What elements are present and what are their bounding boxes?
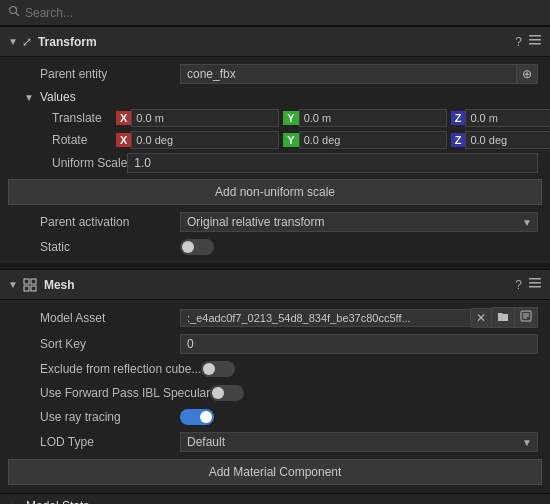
translate-label: Translate bbox=[52, 111, 112, 125]
mesh-arrow-icon: ▼ bbox=[8, 279, 18, 290]
translate-y-cell: Y bbox=[283, 109, 446, 127]
add-material-component-button[interactable]: Add Material Component bbox=[8, 459, 542, 485]
rotate-z-input[interactable] bbox=[465, 131, 550, 149]
rotate-label: Rotate bbox=[52, 133, 112, 147]
exclude-reflection-label: Exclude from reflection cube... bbox=[40, 362, 201, 376]
model-asset-pick-btn[interactable] bbox=[515, 307, 538, 328]
translate-x-input[interactable] bbox=[131, 109, 279, 127]
parent-entity-input[interactable] bbox=[180, 64, 517, 84]
mesh-menu-btn[interactable] bbox=[528, 276, 542, 293]
transform-menu-btn[interactable] bbox=[528, 33, 542, 50]
transform-arrow-icon: ▼ bbox=[8, 36, 18, 47]
model-asset-label: Model Asset bbox=[40, 311, 180, 325]
svg-rect-7 bbox=[24, 286, 29, 291]
model-asset-folder-btn[interactable] bbox=[492, 307, 515, 328]
rotate-x-cell: X bbox=[116, 131, 279, 149]
parent-activation-label: Parent activation bbox=[40, 215, 180, 229]
forward-pass-ibl-label: Use Forward Pass IBL Specular bbox=[40, 386, 210, 400]
values-group-row[interactable]: ▼ Values bbox=[0, 87, 550, 107]
z-badge: Z bbox=[451, 111, 466, 125]
rotate-x-badge: X bbox=[116, 133, 131, 147]
parent-activation-select-wrap: Original relative transform Maintain wor… bbox=[180, 212, 538, 232]
translate-z-cell: Z bbox=[451, 109, 550, 127]
values-group-label: Values bbox=[40, 90, 76, 104]
model-asset-row: Model Asset ✕ bbox=[0, 304, 550, 331]
parent-activation-select[interactable]: Original relative transform Maintain wor… bbox=[180, 212, 538, 232]
svg-rect-10 bbox=[529, 282, 541, 284]
ray-tracing-label: Use ray tracing bbox=[40, 410, 180, 424]
static-row: Static bbox=[0, 235, 550, 259]
uniform-scale-label: Uniform Scale bbox=[52, 156, 127, 170]
forward-pass-ibl-row: Use Forward Pass IBL Specular bbox=[0, 381, 550, 405]
translate-z-input[interactable] bbox=[465, 109, 550, 127]
svg-rect-9 bbox=[529, 278, 541, 280]
transform-icon: ⤢ bbox=[22, 35, 32, 49]
static-toggle[interactable] bbox=[180, 239, 214, 255]
mesh-section-body: Model Asset ✕ Sort Key Ex bbox=[0, 300, 550, 493]
translate-x-cell: X bbox=[116, 109, 279, 127]
translate-row: Translate X Y Z bbox=[0, 107, 550, 129]
ray-tracing-toggle[interactable] bbox=[180, 409, 214, 425]
y-badge: Y bbox=[283, 111, 298, 125]
rotate-z-cell: Z bbox=[451, 131, 550, 149]
uniform-scale-input[interactable] bbox=[127, 153, 538, 173]
uniform-scale-row: Uniform Scale bbox=[0, 151, 550, 175]
x-badge: X bbox=[116, 111, 131, 125]
lod-type-label: LOD Type bbox=[40, 435, 180, 449]
translate-y-input[interactable] bbox=[299, 109, 447, 127]
transform-section-body: Parent entity ⊕ ▼ Values Translate X Y Z… bbox=[0, 57, 550, 263]
svg-rect-11 bbox=[529, 286, 541, 288]
parent-activation-row: Parent activation Original relative tran… bbox=[0, 209, 550, 235]
rotate-y-cell: Y bbox=[283, 131, 446, 149]
svg-rect-8 bbox=[31, 286, 36, 291]
svg-point-0 bbox=[10, 7, 17, 14]
rotate-x-input[interactable] bbox=[131, 131, 279, 149]
exclude-reflection-toggle[interactable] bbox=[201, 361, 235, 377]
sort-key-row: Sort Key bbox=[0, 331, 550, 357]
values-arrow-icon: ▼ bbox=[24, 92, 34, 103]
search-input[interactable] bbox=[25, 6, 542, 20]
mesh-icon bbox=[22, 277, 38, 293]
mesh-title: Mesh bbox=[44, 278, 515, 292]
transform-help-btn[interactable]: ? bbox=[515, 35, 522, 49]
svg-rect-6 bbox=[31, 279, 36, 284]
parent-entity-label: Parent entity bbox=[40, 67, 180, 81]
model-asset-clear-btn[interactable]: ✕ bbox=[471, 308, 492, 328]
parent-entity-row: Parent entity ⊕ bbox=[0, 61, 550, 87]
model-asset-input-wrap: ✕ bbox=[180, 307, 538, 328]
parent-entity-value-wrap: ⊕ bbox=[180, 64, 538, 84]
svg-rect-4 bbox=[529, 43, 541, 45]
search-icon bbox=[8, 5, 20, 20]
model-asset-input[interactable] bbox=[180, 309, 471, 327]
rotate-y-input[interactable] bbox=[299, 131, 447, 149]
entity-target-icon[interactable]: ⊕ bbox=[517, 64, 538, 84]
static-label: Static bbox=[40, 240, 180, 254]
forward-pass-ibl-toggle[interactable] bbox=[210, 385, 244, 401]
rotate-y-badge: Y bbox=[283, 133, 298, 147]
lod-type-row: LOD Type Default Screen Size Distance ▼ bbox=[0, 429, 550, 455]
svg-rect-5 bbox=[24, 279, 29, 284]
sort-key-input[interactable] bbox=[180, 334, 538, 354]
search-bar bbox=[0, 0, 550, 26]
model-stats-arrow-icon: ▶ bbox=[12, 501, 20, 505]
transform-title: Transform bbox=[38, 35, 515, 49]
mesh-help-btn[interactable]: ? bbox=[515, 278, 522, 292]
exclude-reflection-row: Exclude from reflection cube... bbox=[0, 357, 550, 381]
add-non-uniform-scale-button[interactable]: Add non-uniform scale bbox=[8, 179, 542, 205]
svg-rect-3 bbox=[529, 39, 541, 41]
model-stats-row[interactable]: ▶ Model Stats bbox=[0, 493, 550, 504]
ray-tracing-row: Use ray tracing bbox=[0, 405, 550, 429]
mesh-section-header[interactable]: ▼ Mesh ? bbox=[0, 269, 550, 300]
model-stats-label: Model Stats bbox=[26, 499, 89, 504]
svg-rect-2 bbox=[529, 35, 541, 37]
transform-section-header[interactable]: ▼ ⤢ Transform ? bbox=[0, 26, 550, 57]
svg-line-1 bbox=[16, 13, 19, 16]
sort-key-label: Sort Key bbox=[40, 337, 180, 351]
lod-type-select-wrap: Default Screen Size Distance ▼ bbox=[180, 432, 538, 452]
rotate-row: Rotate X Y Z bbox=[0, 129, 550, 151]
lod-type-select[interactable]: Default Screen Size Distance bbox=[180, 432, 538, 452]
rotate-z-badge: Z bbox=[451, 133, 466, 147]
